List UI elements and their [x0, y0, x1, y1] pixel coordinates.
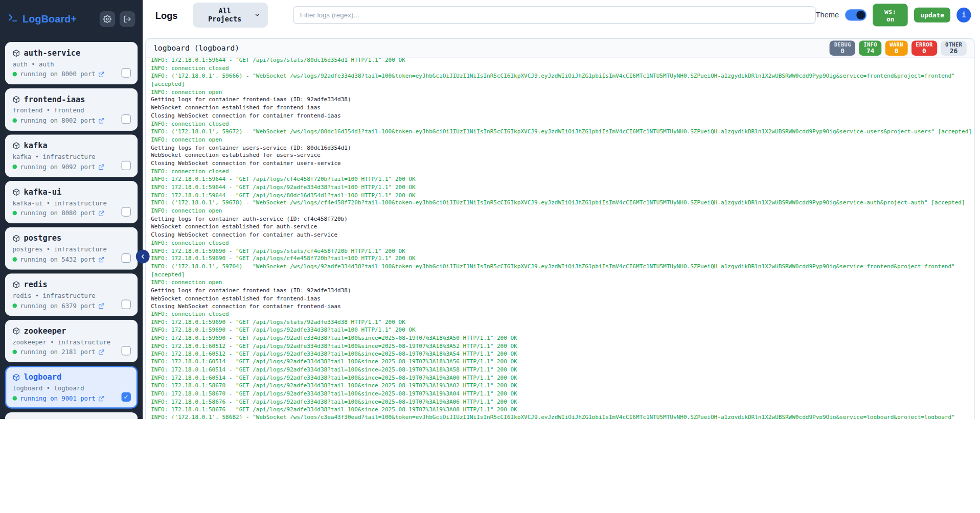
log-line: WebSocket connection established for fro…: [151, 294, 974, 302]
update-button[interactable]: update: [914, 8, 950, 22]
service-status: running on 8080 port: [20, 209, 95, 217]
log-line: INFO: connection closed: [151, 64, 974, 73]
log-line: [accepted]: [151, 80, 974, 88]
theme-toggle[interactable]: [846, 9, 867, 20]
badge-count: 0: [916, 48, 932, 54]
running-status-dot: [12, 257, 17, 262]
service-meta: postgres • infrastructure: [12, 245, 130, 253]
external-link-icon[interactable]: [99, 118, 105, 124]
service-checkbox[interactable]: [122, 114, 131, 124]
log-panel-header: logboard (logboard) DEBUG 0 INFO 74 WARN…: [146, 39, 974, 58]
log-line: INFO: ('172.18.0.1', 59666) - "WebSocket…: [151, 72, 974, 80]
level-badge[interactable]: OTHER 26: [941, 41, 966, 56]
log-line: INFO: connection open: [151, 88, 974, 96]
project-filter-dropdown[interactable]: All Projects: [193, 3, 268, 28]
service-card[interactable]: logboard logboard • logboard running on …: [5, 366, 138, 408]
sidebar-collapse-button[interactable]: [136, 250, 150, 264]
service-card[interactable]: users-service users • users running on 8…: [5, 412, 138, 419]
package-icon: [12, 50, 20, 57]
service-meta: logboard • logboard: [12, 384, 130, 392]
service-list: auth-service auth • auth running on 8000…: [5, 42, 138, 419]
running-status-dot: [12, 165, 17, 169]
package-icon: [12, 235, 20, 242]
service-status: running on 6379 port: [20, 301, 95, 310]
log-line: INFO: 172.18.0.1:60514 - "GET /api/logs/…: [151, 374, 974, 382]
external-link-icon[interactable]: [99, 71, 105, 77]
level-badge[interactable]: DEBUG 0: [830, 41, 855, 56]
log-line: INFO: 172.18.0.1:58670 - "GET /api/logs/…: [151, 382, 974, 390]
service-card[interactable]: zookeeper zookeeper • infrastructure run…: [5, 320, 138, 362]
log-line: INFO: 172.18.0.1:59690 - "GET /api/logs/…: [151, 247, 974, 255]
service-checkbox[interactable]: [122, 253, 131, 263]
project-filter-label: All Projects: [200, 7, 249, 23]
service-name: redis: [24, 279, 48, 290]
sidebar-actions: [100, 11, 135, 27]
external-link-icon[interactable]: [99, 164, 105, 170]
log-line: Getting logs for container auth-service …: [151, 215, 974, 223]
service-status: running on 9001 port: [20, 394, 95, 402]
service-card[interactable]: postgres postgres • infrastructure runni…: [5, 227, 138, 270]
service-checkbox[interactable]: [122, 392, 131, 402]
badge-count: 0: [834, 48, 851, 54]
log-line: WebSocket connection established for aut…: [151, 223, 974, 231]
log-line: Closing WebSocket connection for contain…: [151, 112, 974, 120]
log-line: INFO: connection closed: [151, 168, 974, 176]
service-checkbox[interactable]: [122, 300, 131, 309]
topbar: Logs All Projects Theme ws: on update i: [143, 0, 979, 30]
log-panel-title: logboard (logboard): [153, 44, 239, 53]
service-card[interactable]: kafka-ui kafka-ui • infrastructure runni…: [5, 181, 138, 223]
level-badge[interactable]: ERROR 0: [911, 41, 937, 56]
service-name: kafka: [24, 141, 48, 151]
external-link-icon[interactable]: [99, 395, 105, 401]
help-button[interactable]: i: [956, 8, 971, 22]
service-name: zookeeper: [24, 326, 66, 336]
log-line: INFO: 172.18.0.1:59644 - "GET /api/logs/…: [151, 58, 974, 64]
log-line: INFO: ('172.18.0.1', 59672) - "WebSocket…: [151, 128, 974, 136]
service-status: running on 5432 port: [20, 255, 95, 264]
service-card[interactable]: frontend-iaas frontend • frontend runnin…: [5, 88, 138, 131]
log-line: INFO: connection closed: [151, 310, 974, 318]
service-checkbox[interactable]: [122, 207, 131, 216]
log-line: INFO: 172.18.0.1:59690 - "GET /api/logs/…: [151, 326, 974, 334]
service-checkbox[interactable]: [122, 161, 131, 170]
app-logo: LogBoard+: [8, 12, 77, 26]
level-badge[interactable]: WARN 0: [885, 41, 908, 56]
log-line: INFO: 172.18.0.1:58676 - "GET /api/logs/…: [151, 406, 974, 414]
external-link-icon[interactable]: [99, 210, 105, 216]
level-badge[interactable]: INFO 74: [859, 41, 882, 56]
log-filter-input[interactable]: [293, 6, 815, 24]
external-link-icon[interactable]: [99, 256, 105, 262]
ws-status-button[interactable]: ws: on: [873, 4, 908, 26]
gear-icon: [103, 15, 111, 23]
external-link-icon[interactable]: [99, 349, 105, 355]
log-line: Closing WebSocket connection for contain…: [151, 159, 974, 168]
service-card[interactable]: kafka kafka • infrastructure running on …: [5, 134, 138, 177]
theme-label: Theme: [816, 11, 839, 19]
service-card[interactable]: redis redis • infrastructure running on …: [5, 273, 138, 316]
running-status-dot: [12, 72, 17, 77]
service-name: users-service: [24, 418, 85, 419]
logout-button[interactable]: [120, 11, 135, 27]
chevron-down-icon: [254, 12, 260, 18]
service-checkbox[interactable]: [122, 68, 131, 77]
service-status: running on 2181 port: [20, 348, 95, 356]
service-name: frontend-iaas: [24, 95, 85, 105]
app-root: LogBoard+ auth-service auth • auth runni…: [0, 0, 979, 419]
running-status-dot: [12, 396, 17, 401]
log-line: INFO: 172.18.0.1:59690 - "GET /api/logs/…: [151, 255, 974, 263]
service-card[interactable]: auth-service auth • auth running on 8000…: [5, 42, 138, 84]
sidebar-header: LogBoard+: [5, 5, 138, 42]
external-link-icon[interactable]: [99, 302, 105, 309]
log-line: Closing WebSocket connection for contain…: [151, 302, 974, 311]
service-name: auth-service: [24, 48, 81, 58]
log-line: INFO: connection open: [151, 136, 974, 144]
service-checkbox[interactable]: [122, 346, 131, 355]
service-meta: auth • auth: [12, 60, 130, 68]
log-line: INFO: ('172.18.0.1', 59704) - "WebSocket…: [151, 263, 974, 271]
log-line: INFO: connection open: [151, 278, 974, 287]
running-status-dot: [12, 350, 17, 355]
settings-button[interactable]: [100, 11, 116, 27]
topbar-controls: Theme ws: on update i: [816, 4, 971, 26]
level-badges: DEBUG 0 INFO 74 WARN 0 ERROR 0 OTHER 26: [830, 41, 967, 56]
log-line: [accepted]: [151, 271, 974, 279]
